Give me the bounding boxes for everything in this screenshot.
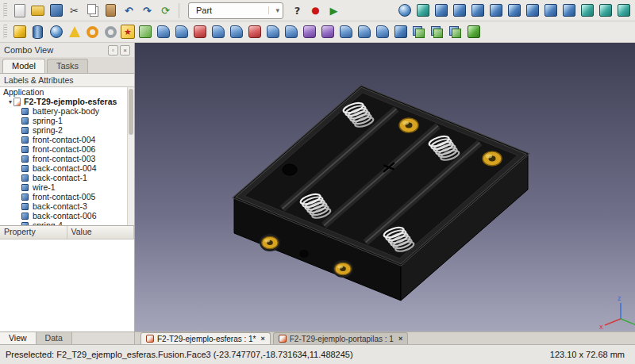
tree-item[interactable]: battery-pack-body <box>0 106 134 116</box>
extrude-icon[interactable] <box>155 24 171 40</box>
svg-text:x: x <box>599 324 603 331</box>
value-column-header[interactable]: Value <box>67 226 135 239</box>
tree-item[interactable]: front-contact-004 <box>0 135 134 144</box>
paste-icon[interactable] <box>102 2 119 19</box>
macro-execute-icon[interactable]: ▶ <box>325 2 342 19</box>
document-tab-portapilas[interactable]: F2-T29-ejemplo-portapilas : 1 × <box>273 332 408 344</box>
sweep-icon[interactable] <box>283 24 299 40</box>
tab-model[interactable]: Model <box>2 59 45 73</box>
tree-scrollbar-thumb[interactable] <box>129 89 133 135</box>
box-icon[interactable] <box>11 24 28 40</box>
undo-icon[interactable]: ↶ <box>121 2 137 19</box>
front-view-icon[interactable] <box>469 2 486 19</box>
revolve-icon[interactable] <box>173 24 190 40</box>
check-geometry-icon[interactable] <box>465 24 482 40</box>
toolbar-handle[interactable] <box>3 25 7 39</box>
wall-notch <box>299 250 309 258</box>
part-cube-icon <box>21 108 29 115</box>
tree-item[interactable]: spring-2 <box>0 125 134 135</box>
combo-view-panel: Combo View ▫ × Model Tasks Labels & Attr… <box>0 43 135 344</box>
shape-builder-icon[interactable] <box>137 24 153 40</box>
torus-icon[interactable] <box>84 24 101 40</box>
model-tree: Application ▾ F2-T29-ejemplo-esferas bat… <box>0 87 134 225</box>
tree-scrollbar[interactable] <box>127 87 134 225</box>
tree-item[interactable]: front-contact-003 <box>0 154 134 163</box>
copy-icon[interactable] <box>84 2 101 19</box>
open-file-icon[interactable] <box>29 2 46 19</box>
loft-icon[interactable] <box>264 24 281 40</box>
cylinder-icon[interactable] <box>29 24 46 40</box>
compound-icon[interactable] <box>392 24 409 40</box>
boolean-cut-icon[interactable] <box>410 24 427 40</box>
close-tab-icon[interactable]: × <box>261 335 265 343</box>
top-view-icon[interactable] <box>487 2 504 19</box>
tree-item[interactable]: back-contact-3 <box>0 201 134 211</box>
combo-view-titlebar: Combo View ▫ × <box>0 43 134 57</box>
sphere-icon[interactable] <box>48 24 64 40</box>
tree-item[interactable]: spring-4 <box>0 220 134 225</box>
workbench-selector[interactable]: Part ▾ <box>188 2 283 19</box>
rear-view-icon[interactable] <box>524 2 541 19</box>
fillet-icon[interactable] <box>210 24 226 40</box>
3d-viewport[interactable]: z x y <box>135 43 635 331</box>
measure-distance-icon[interactable] <box>579 2 595 19</box>
tree-item[interactable]: back-contact-1 <box>0 173 134 182</box>
tree-item[interactable]: wire-1 <box>0 182 134 192</box>
tube-icon[interactable] <box>102 24 119 40</box>
new-document-icon[interactable] <box>11 2 28 19</box>
right-view-icon[interactable] <box>506 2 522 19</box>
tab-data[interactable]: Data <box>37 332 72 344</box>
gold-contact <box>483 151 502 166</box>
create-primitives-icon[interactable]: ★ <box>121 25 135 39</box>
tree-item[interactable]: front-contact-005 <box>0 192 134 201</box>
toolbar-handle[interactable] <box>3 3 7 17</box>
tab-view[interactable]: View <box>0 332 37 344</box>
gold-eyelet <box>262 236 278 248</box>
cross-sections-icon[interactable] <box>319 24 336 40</box>
tree-item[interactable]: back-contact-006 <box>0 211 134 220</box>
save-icon[interactable] <box>48 2 64 19</box>
tree-item[interactable]: spring-1 <box>0 116 134 125</box>
chamfer-icon[interactable] <box>228 24 244 40</box>
part-cube-icon <box>21 193 29 201</box>
clear-measurement-icon[interactable] <box>615 2 632 19</box>
isometric-view-icon[interactable] <box>451 2 468 19</box>
whats-this-icon[interactable]: ? <box>289 2 306 19</box>
close-tab-icon[interactable]: × <box>398 335 402 343</box>
mirror-icon[interactable] <box>191 24 208 40</box>
freecad-doc-icon <box>146 335 154 343</box>
tree-document-node[interactable]: ▾ F2-T29-ejemplo-esferas <box>0 97 134 106</box>
status-message: Preselected: F2_T29_ejemplo_esferas.Fusi… <box>6 350 353 359</box>
property-column-header[interactable]: Property <box>0 226 67 239</box>
cone-icon[interactable] <box>66 24 83 40</box>
boolean-intersection-icon[interactable] <box>447 24 464 40</box>
thickness-icon[interactable] <box>374 24 391 40</box>
3d-scene[interactable]: z x y <box>135 43 635 331</box>
fit-all-icon[interactable] <box>414 2 431 19</box>
draw-style-icon[interactable] <box>433 2 449 19</box>
boolean-union-icon[interactable] <box>429 24 445 40</box>
part-cube-icon <box>21 213 29 220</box>
float-panel-icon[interactable]: ▫ <box>108 45 118 56</box>
bottom-view-icon[interactable] <box>542 2 559 19</box>
close-panel-icon[interactable]: × <box>120 45 130 56</box>
appearance-icon[interactable] <box>396 2 413 19</box>
macro-record-icon[interactable]: ● <box>307 2 324 19</box>
tree-item[interactable]: back-contact-004 <box>0 163 134 173</box>
expander-icon[interactable]: ▾ <box>9 98 12 105</box>
redo-icon[interactable]: ↷ <box>139 2 156 19</box>
offset-3d-icon[interactable] <box>337 24 354 40</box>
left-view-icon[interactable] <box>560 2 577 19</box>
tree-root-application[interactable]: Application <box>0 87 134 97</box>
cut-icon[interactable]: ✂ <box>66 2 83 19</box>
offset-2d-icon[interactable] <box>356 24 372 40</box>
ruled-surface-icon[interactable] <box>246 24 263 40</box>
section-icon[interactable] <box>301 24 318 40</box>
document-tab-esferas[interactable]: F2-T29-ejemplo-esferas : 1* × <box>140 332 271 344</box>
tree-item[interactable]: front-contact-006 <box>0 144 134 154</box>
measure-angular-icon[interactable] <box>597 2 614 19</box>
battery-holder-model[interactable] <box>234 86 528 301</box>
tab-tasks[interactable]: Tasks <box>47 59 88 73</box>
svg-text:z: z <box>618 295 621 302</box>
refresh-icon[interactable]: ⟳ <box>157 2 174 19</box>
